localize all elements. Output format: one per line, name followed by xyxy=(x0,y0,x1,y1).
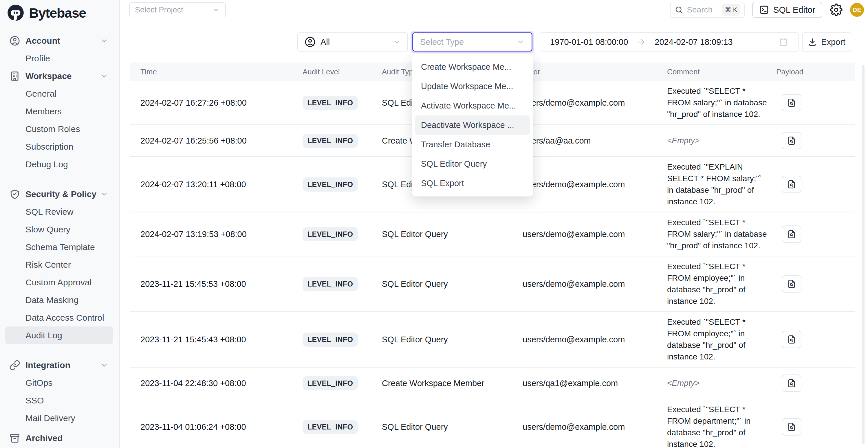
cell-time: 2024-02-07 16:27:26 +08:00 xyxy=(130,98,303,108)
brand-wordmark: Bytebase xyxy=(29,5,86,21)
cell-time: 2023-11-21 15:45:53 +08:00 xyxy=(130,279,303,289)
cell-comment: <Empty> xyxy=(667,135,767,147)
sidebar-item-custom-roles[interactable]: Custom Roles xyxy=(5,120,113,138)
audit-level-badge: LEVEL_INFO xyxy=(303,134,358,148)
sidebar-item-audit-log[interactable]: Audit Log xyxy=(5,326,113,344)
cell-time: 2023-11-21 15:45:43 +08:00 xyxy=(130,335,303,344)
sidebar-item-data-access-control[interactable]: Data Access Control xyxy=(5,309,113,326)
table-row: 2023-11-04 01:06:24 +08:00LEVEL_INFOSQL … xyxy=(130,399,855,448)
cell-time: 2024-02-07 13:19:53 +08:00 xyxy=(130,229,303,239)
date-from-value: 1970-01-01 08:00:00 xyxy=(550,37,628,47)
type-menu-item-transfer-database[interactable]: Transfer Database xyxy=(415,135,530,154)
export-button[interactable]: Export xyxy=(802,32,851,52)
vertical-scrollbar[interactable] xyxy=(862,65,865,444)
sidebar-item-label: Debug Log xyxy=(26,159,68,169)
sidebar-item-label: Data Access Control xyxy=(26,313,104,323)
type-filter-select[interactable]: Select Type xyxy=(412,32,532,52)
sidebar-item-label: Data Masking xyxy=(26,295,79,305)
sidebar-item-security-policy[interactable]: Security & Policy xyxy=(5,185,113,203)
user-circle-icon xyxy=(304,36,316,48)
sidebar-item-label: Subscription xyxy=(26,142,73,152)
cell-comment: <Empty> xyxy=(667,377,767,389)
chevron-down-icon xyxy=(100,37,108,45)
cell-comment: Executed `"SELECT * FROM department;"` i… xyxy=(667,404,767,448)
type-menu-item-update-workspace-me[interactable]: Update Workspace Me... xyxy=(415,77,530,96)
chevron-down-icon xyxy=(100,72,108,80)
audit-level-badge: LEVEL_INFO xyxy=(303,227,358,242)
type-menu-item-sql-export[interactable]: SQL Export xyxy=(415,174,530,193)
audit-level-badge: LEVEL_INFO xyxy=(303,96,358,110)
type-menu-item-sql-editor-query[interactable]: SQL Editor Query xyxy=(415,154,530,174)
sidebar-item-gitops[interactable]: GitOps xyxy=(5,374,113,391)
cell-time: 2023-11-04 22:48:30 +08:00 xyxy=(130,379,303,388)
cell-actor: users/demo@example.com xyxy=(523,229,667,239)
file-search-icon xyxy=(787,136,797,146)
sidebar-item-label: Custom Roles xyxy=(26,124,80,134)
actor-filter-select[interactable]: All xyxy=(297,32,408,52)
sidebar-item-label: SSO xyxy=(26,395,44,406)
sidebar-item-workspace[interactable]: Workspace xyxy=(5,67,113,85)
cell-actor: users/demo@example.com xyxy=(523,335,667,344)
payload-view-button[interactable] xyxy=(782,94,801,111)
sidebar-item-label: GitOps xyxy=(26,378,53,388)
sidebar-item-label: Profile xyxy=(26,54,50,63)
sidebar-item-risk-center[interactable]: Risk Center xyxy=(5,256,113,274)
sidebar-item-account[interactable]: Account xyxy=(5,32,113,50)
cell-actor: users/demo@example.com xyxy=(523,422,667,432)
type-menu-item-activate-workspace-me[interactable]: Activate Workspace Me... xyxy=(415,96,530,116)
payload-view-button[interactable] xyxy=(782,375,801,392)
file-search-icon xyxy=(787,334,797,344)
sidebar-item-subscription[interactable]: Subscription xyxy=(5,138,113,155)
arrow-right-icon xyxy=(637,37,646,46)
sidebar-item-data-masking[interactable]: Data Masking xyxy=(5,291,113,309)
type-menu-item-deactivate-workspace[interactable]: Deactivate Workspace ... xyxy=(415,116,530,135)
bytebase-audit-log-page: { "brand": { "name": "Bytebase" }, "topb… xyxy=(0,0,868,448)
cell-comment: Executed `"EXPLAIN SELECT * FROM salary;… xyxy=(667,161,767,207)
actor-filter-value: All xyxy=(320,37,330,47)
sidebar-item-label: General xyxy=(26,89,57,99)
table-row: 2024-02-07 13:19:53 +08:00LEVEL_INFOSQL … xyxy=(130,213,855,256)
main-content: All Select Type 1970-01-01 08:00:00 2024… xyxy=(120,0,868,448)
sidebar-item-archived[interactable]: Archived xyxy=(5,429,113,447)
payload-view-button[interactable] xyxy=(782,275,801,293)
payload-view-button[interactable] xyxy=(782,225,801,243)
chevron-down-icon xyxy=(393,38,401,46)
sidebar-item-custom-approval[interactable]: Custom Approval xyxy=(5,274,113,291)
payload-view-button[interactable] xyxy=(782,418,801,436)
file-search-icon xyxy=(787,422,797,432)
calendar-icon xyxy=(778,37,788,47)
sidebar-item-integration[interactable]: Integration xyxy=(5,356,113,374)
chevron-down-icon xyxy=(100,190,108,198)
date-range-picker[interactable]: 1970-01-01 08:00:00 2024-02-07 18:09:13 xyxy=(540,32,799,52)
sidebar-item-label: Archived xyxy=(26,433,63,443)
chevron-down-icon xyxy=(517,38,525,46)
sidebar-item-general[interactable]: General xyxy=(5,85,113,102)
cell-audit-type: SQL Editor Query xyxy=(382,279,523,289)
cell-actor: users/qa1@example.com xyxy=(523,379,667,388)
cell-actor: users/demo@example.com xyxy=(523,98,667,108)
sidebar-item-members[interactable]: Members xyxy=(5,102,113,120)
archive-icon xyxy=(9,433,20,444)
column-header-comment: Comment xyxy=(667,67,776,76)
table-row: 2023-11-21 15:45:53 +08:00LEVEL_INFOSQL … xyxy=(130,256,855,312)
type-menu-item-create-workspace-me[interactable]: Create Workspace Me... xyxy=(415,57,530,77)
sidebar-item-schema-template[interactable]: Schema Template xyxy=(5,238,113,256)
payload-view-button[interactable] xyxy=(782,132,801,149)
payload-view-button[interactable] xyxy=(782,331,801,348)
sidebar-item-label: Security & Policy xyxy=(26,189,96,199)
sidebar-item-sso[interactable]: SSO xyxy=(5,391,113,409)
cell-actor: users/aa@aa.com xyxy=(523,136,667,146)
file-search-icon xyxy=(787,378,797,388)
brand-logo[interactable]: Bytebase xyxy=(0,0,119,23)
sidebar-item-profile[interactable]: Profile xyxy=(5,50,113,67)
sidebar-item-sql-review[interactable]: SQL Review xyxy=(5,203,113,221)
sidebar-item-mail-delivery[interactable]: Mail Delivery xyxy=(5,409,113,427)
sidebar-item-slow-query[interactable]: Slow Query xyxy=(5,221,113,238)
payload-view-button[interactable] xyxy=(782,176,801,193)
type-filter-menu: Create Workspace Me...Update Workspace M… xyxy=(412,54,533,196)
file-search-icon xyxy=(787,180,797,189)
sidebar-item-label: Members xyxy=(26,106,62,116)
sidebar-item-debug-log[interactable]: Debug Log xyxy=(5,155,113,173)
column-header-audit-level: Audit Level xyxy=(303,67,382,76)
audit-level-badge: LEVEL_INFO xyxy=(303,277,358,291)
